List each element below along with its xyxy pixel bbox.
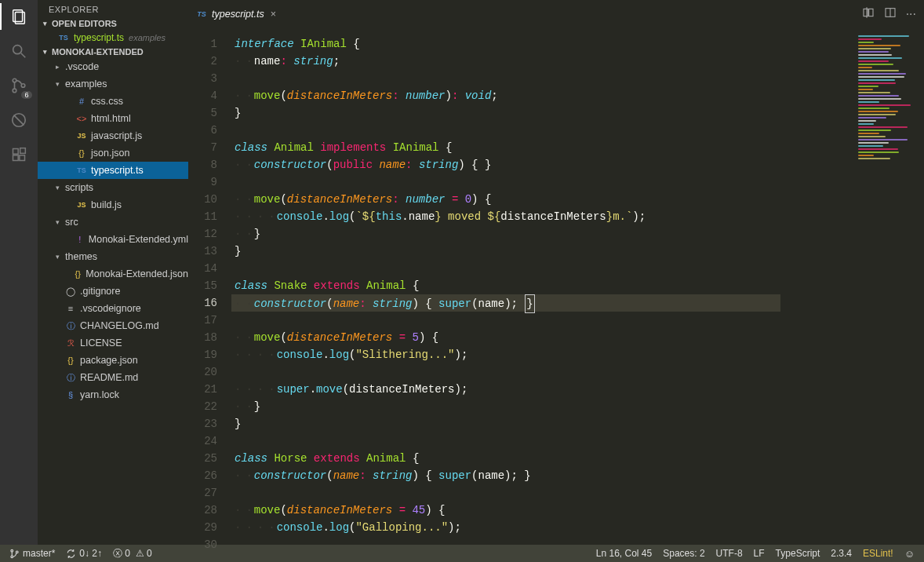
tree-folder[interactable]: ▾examples	[38, 75, 188, 93]
tree-file[interactable]: ℛLICENSE	[38, 334, 188, 352]
code-line[interactable]: ····console.log("Galloping...");	[231, 519, 853, 536]
code-line[interactable]	[231, 260, 853, 277]
tree-label: json.json	[91, 148, 129, 159]
extensions-icon[interactable]	[9, 144, 29, 165]
json-icon: {}	[65, 356, 76, 365]
code-line[interactable]	[231, 122, 853, 139]
tree-file[interactable]: TStypescript.ts	[38, 162, 188, 179]
info-icon: ⓘ	[65, 372, 76, 384]
tree-label: src	[65, 217, 78, 228]
tree-file[interactable]: <>html.html	[38, 110, 188, 127]
close-icon[interactable]: ×	[269, 9, 278, 20]
code-line[interactable]: ··constructor(public name: string) { }	[231, 156, 853, 173]
git-icon: ◯	[65, 286, 76, 297]
chevron-down-icon: ▾	[41, 48, 49, 56]
code-line[interactable]: ··move(distanceInMeters: number): void;	[231, 87, 853, 104]
sidebar: EXPLORER ▾OPEN EDITORS TStypescript.ts e…	[38, 0, 188, 545]
file-tree: ▸.vscode▾examples#css.css<>html.htmlJSja…	[38, 58, 188, 545]
tree-file[interactable]: ⓘREADME.md	[38, 369, 188, 386]
chevron-down-icon: ▾	[41, 20, 49, 27]
tree-label: LICENSE	[80, 338, 122, 349]
tree-label: README.md	[80, 372, 138, 383]
tree-file[interactable]: ⓘCHANGELOG.md	[38, 317, 188, 334]
code-line[interactable]: ··move(distanceInMeters: number = 0) {	[231, 191, 853, 208]
code-line[interactable]: ··}	[231, 225, 853, 243]
code-content[interactable]: interface IAnimal {··name: string;··move…	[231, 27, 853, 545]
tree-file[interactable]: {}Monokai-Extended.json	[38, 265, 188, 283]
code-line[interactable]: ··}	[231, 398, 853, 415]
split-editor-icon[interactable]	[884, 6, 897, 22]
code-line[interactable]	[231, 484, 853, 502]
more-icon[interactable]: ···	[906, 7, 916, 21]
code-line[interactable]: class Horse extends Animal {	[231, 450, 853, 467]
code-line[interactable]	[231, 312, 853, 329]
svg-line-3	[21, 53, 26, 58]
code-line[interactable]	[231, 70, 853, 87]
tree-folder[interactable]: ▸.vscode	[38, 58, 188, 75]
tree-folder[interactable]: ▾themes	[38, 248, 188, 265]
eslint-status[interactable]: ESLint!	[860, 548, 897, 559]
code-line[interactable]: interface IAnimal {	[231, 35, 853, 53]
tree-file[interactable]: {}json.json	[38, 144, 188, 162]
open-editor-item[interactable]: TStypescript.ts examples	[38, 30, 188, 46]
code-line[interactable]: ··move(distanceInMeters = 45) {	[231, 502, 853, 519]
code-line[interactable]	[231, 432, 853, 450]
tree-file[interactable]: !Monokai-Extended.yml	[38, 231, 188, 248]
code-line[interactable]	[231, 173, 853, 191]
svg-point-18	[11, 555, 13, 557]
code-line[interactable]: ····console.log("Slithering...");	[231, 346, 853, 363]
sidebar-title: EXPLORER	[38, 0, 188, 17]
chevron-icon: ▾	[53, 253, 61, 261]
search-icon[interactable]	[9, 41, 29, 61]
code-line[interactable]: }	[231, 243, 853, 260]
code-line[interactable]: ··constructor(name: string) { super(name…	[231, 467, 853, 484]
json-icon: {}	[74, 269, 82, 279]
code-line[interactable]: ····super.move(distanceInMeters);	[231, 381, 853, 398]
tree-file[interactable]: ≡.vscodeignore	[38, 300, 188, 317]
yarn-icon: §	[65, 390, 76, 400]
svg-rect-9	[13, 149, 19, 155]
compare-icon[interactable]	[862, 6, 875, 22]
tree-folder[interactable]: ▾scripts	[38, 179, 188, 196]
tree-file[interactable]: #css.css	[38, 93, 188, 110]
excl-icon: !	[75, 235, 85, 244]
code-line[interactable]	[231, 536, 853, 553]
sync-status[interactable]: 0↓ 2↑	[63, 548, 105, 559]
svg-rect-10	[13, 155, 19, 161]
chevron-icon: ▾	[53, 184, 61, 192]
scm-icon[interactable]: 6	[9, 75, 29, 96]
tree-label: Monokai-Extended.json	[85, 268, 188, 279]
tree-file[interactable]: JSbuild.js	[38, 196, 188, 213]
svg-rect-12	[20, 148, 26, 154]
open-editor-label: typescript.ts	[74, 32, 124, 43]
explorer-icon[interactable]	[9, 6, 29, 27]
tree-label: yarn.lock	[80, 389, 119, 400]
branch-status[interactable]: master*	[6, 548, 58, 559]
code-line[interactable]: ··name: string;	[231, 53, 853, 70]
debug-icon[interactable]	[9, 110, 29, 130]
tree-file[interactable]: ◯.gitignore	[38, 283, 188, 300]
feedback-icon[interactable]: ☺	[901, 548, 918, 560]
svg-point-2	[13, 46, 22, 54]
code-line[interactable]: ··move(distanceInMeters = 5) {	[231, 329, 853, 346]
code-line[interactable]: class Snake extends Animal {	[231, 277, 853, 294]
tree-folder[interactable]: ▾src	[38, 213, 188, 231]
tree-label: .vscodeignore	[80, 303, 141, 314]
editor-body[interactable]: 1234567891011121314151617181920212223242…	[188, 27, 924, 545]
problems-status[interactable]: ⓧ 0 ⚠ 0	[110, 547, 155, 560]
code-line[interactable]: ····console.log(`${this.name} moved ${di…	[231, 208, 853, 225]
code-line[interactable]: }	[231, 415, 853, 432]
minimap[interactable]	[853, 27, 924, 545]
code-line[interactable]: class Animal implements IAnimal {	[231, 139, 853, 156]
tree-file[interactable]: §yarn.lock	[38, 386, 188, 403]
tree-file[interactable]: {}package.json	[38, 352, 188, 369]
open-editors-header[interactable]: ▾OPEN EDITORS	[38, 17, 188, 30]
code-line[interactable]	[231, 363, 853, 381]
code-line[interactable]: ··constructor(name: string) { super(name…	[231, 294, 780, 312]
activity-bar: 6	[0, 0, 38, 545]
project-header[interactable]: ▾MONOKAI-EXTENDED	[38, 46, 188, 58]
code-line[interactable]: }	[231, 104, 853, 122]
tree-label: .vscode	[65, 61, 99, 72]
tab-typescript[interactable]: TS typescript.ts ×	[188, 0, 286, 27]
tree-file[interactable]: JSjavascript.js	[38, 127, 188, 144]
